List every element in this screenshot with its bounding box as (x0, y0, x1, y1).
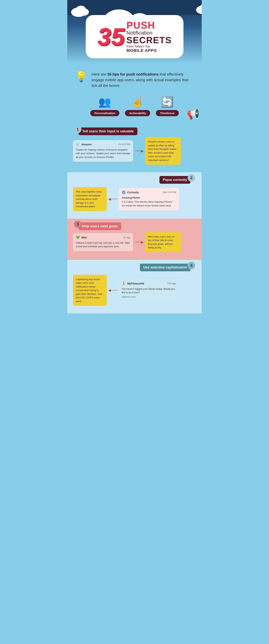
tip-4-arrow: ◀ (108, 288, 117, 292)
tip-3-time: 1h ago (123, 236, 130, 239)
tip-4-time: 57m ago (167, 282, 176, 285)
title-secrets: SECRETS (126, 36, 172, 45)
tip-4-notif-body: You haven't logged your Dinner today. Wo… (119, 287, 179, 302)
tip-4-body: You haven't logged your Dinner today. Wo… (122, 287, 176, 294)
pillar-label-personalization: Personalization (90, 110, 119, 116)
tip-3-notif-header: 💚 Mint 1h ago (73, 233, 133, 241)
header-section: 35 PUSH Notification SECRETS From Today'… (67, 0, 202, 64)
tip-1-callout: Amazon primes users to update profiles b… (145, 137, 181, 165)
arrow-right-2-icon: ▶ (141, 240, 144, 244)
tip-2-notification: 🌀 Curiosity Mon 5:47 PM Amazing Planet I… (119, 188, 179, 210)
tip-3-arrow: ▶ (134, 240, 144, 244)
title-from: From Today's Top (126, 45, 172, 48)
tip-4-callout: Capitalizing key words helps users scan … (73, 275, 107, 306)
tip-4-notification: 🏃 MyFitnessPal 57m ago You haven't logge… (119, 279, 179, 302)
pillar-personalization: 👥 Personalization (90, 96, 119, 116)
tip-2-arrow: ◀ (108, 197, 117, 201)
mfp-icon: 🏃 (122, 282, 126, 286)
header-number: 35 (97, 24, 125, 49)
tip-1-time: Fri 8:23 PM (118, 143, 130, 146)
tip-2-wrapper: 2 Pique curiosity Title case signifies e… (73, 176, 196, 211)
people-icon: 👥 (98, 96, 111, 108)
tip-4-section: 4 Use selective capitalization Capitaliz… (67, 260, 202, 314)
intro-section: 💡 Here are 35 tips for push notification… (67, 64, 202, 92)
tip-2-callout: Title case signifies extra importance an… (73, 187, 107, 211)
tip-1-arrow: ▶ (134, 149, 144, 153)
tip-1-wrapper: 1 Tell users their input is valuable 🛒 A… (73, 128, 196, 165)
tip-4-number: 4 (188, 262, 195, 269)
clock-icon: 🔄 (161, 96, 174, 108)
pillar-label-timeliness: Timeliness (156, 110, 178, 116)
tip-2-notif-header: 🌀 Curiosity Mon 5:47 PM (119, 188, 179, 196)
title-mobile: MOBILE APPS (126, 48, 172, 53)
tip-3-section: 3 Help users meet goals 💚 Mint 1h ago Ci… (67, 219, 202, 260)
tip-4-app-name: MyFitnessPal (127, 282, 166, 285)
tip-1-notification: 🛒 Amazon Fri 8:23 PM Thanks for helping … (73, 140, 133, 162)
tip-2-section: 2 Pique curiosity Title case signifies e… (67, 172, 202, 219)
intro-text: Here are 35 tips for push notifications … (92, 72, 194, 88)
tip-1-app-name: Amazon (82, 143, 117, 146)
tip-2-subheader: Amazing Planet (122, 196, 176, 200)
arrow-right-icon: ▶ (141, 149, 144, 153)
tip-1-number: 1 (74, 126, 82, 133)
title-notification: Notification (126, 30, 172, 36)
pillars-section: 👥 Personalization ☝️ Actionability 🔄 Tim… (67, 92, 202, 124)
tip-2-notif-body: Amazing Planet It Is Called "The World's… (119, 196, 179, 210)
amazon-icon: 🛒 (76, 142, 80, 146)
tip-4-slide-more: Slide for more (122, 295, 176, 298)
header-title: PUSH Notification SECRETS From Today's T… (126, 20, 172, 53)
tip-2-header: Pique curiosity (160, 176, 190, 184)
tip-4-notif-header: 🏃 MyFitnessPal 57m ago (119, 279, 179, 287)
tip-1-layout: 🛒 Amazon Fri 8:23 PM Thanks for helping … (73, 137, 196, 165)
tip-1-notif-header: 🛒 Amazon Fri 8:23 PM (73, 140, 133, 148)
tip-3-body: Citibank Credit Card has sent you a new … (73, 241, 133, 251)
tip-1-header: Tell users their input is valuable (78, 128, 138, 135)
tip-2-number: 2 (188, 174, 195, 182)
tip-3-wrapper: 3 Help users meet goals 💚 Mint 1h ago Ci… (73, 222, 196, 252)
mint-icon: 💚 (76, 236, 80, 240)
tip-4-layout: Capitalizing key words helps users scan … (73, 275, 196, 306)
megaphone-icon: 📢 (187, 108, 200, 120)
tip-3-app-name: Mint (82, 236, 122, 239)
tip-1-body: Thanks for helping millions of Amazon sh… (73, 148, 133, 162)
tip-3-header: Help users meet goals (78, 222, 121, 230)
tip-4-wrapper: 4 Use selective capitalization Capitaliz… (73, 264, 196, 306)
tip-3-number: 3 (74, 220, 82, 228)
tip-3-notification: 💚 Mint 1h ago Citibank Credit Card has s… (73, 233, 133, 251)
tip-2-time: Mon 5:47 PM (163, 191, 176, 194)
tip-3-callout: Mint helps users stay on top of their bi… (145, 232, 181, 252)
header-content: 35 PUSH Notification SECRETS From Today'… (97, 20, 172, 53)
tip-3-layout: 💚 Mint 1h ago Citibank Credit Card has s… (73, 232, 196, 252)
tip-1-section: 1 Tell users their input is valuable 🛒 A… (67, 124, 202, 172)
pillar-actionability: ☝️ Actionability (125, 96, 150, 116)
title-push: PUSH (126, 20, 172, 30)
tip-2-layout: Title case signifies extra importance an… (73, 187, 196, 211)
touch-icon: ☝️ (131, 96, 144, 108)
curiosity-icon: 🌀 (122, 190, 126, 194)
tip-4-header: Use selective capitalization (140, 264, 190, 271)
pillar-timeliness: 🔄 Timeliness (156, 96, 178, 116)
tip-2-app-name: Curiosity (127, 191, 161, 194)
pillar-label-actionability: Actionability (125, 110, 150, 116)
tip-2-body: It Is Called "The World's Most Important… (122, 200, 176, 208)
bulb-icon: 💡 (75, 72, 88, 82)
